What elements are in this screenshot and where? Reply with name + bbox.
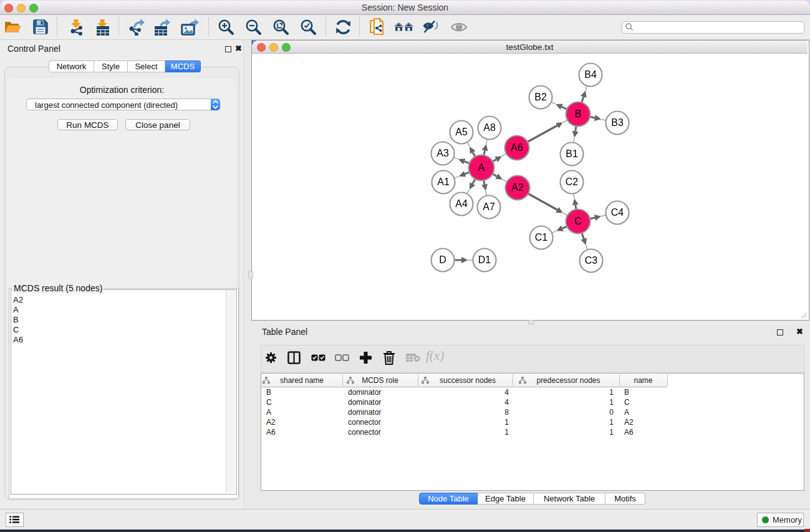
svg-text:D: D (439, 254, 446, 265)
svg-text:C3: C3 (585, 255, 598, 266)
svg-text:D1: D1 (478, 254, 491, 265)
svg-text:B1: B1 (566, 148, 578, 159)
svg-text:A3: A3 (436, 148, 449, 158)
svg-text:A7: A7 (483, 201, 495, 212)
svg-text:A6: A6 (511, 142, 523, 153)
svg-text:A1: A1 (437, 177, 450, 187)
svg-text:B4: B4 (584, 69, 597, 80)
svg-text:B: B (575, 109, 582, 119)
svg-text:C4: C4 (611, 207, 624, 218)
svg-text:A8: A8 (483, 122, 496, 133)
svg-text:A: A (478, 162, 485, 173)
svg-text:A2: A2 (511, 182, 524, 193)
svg-text:C1: C1 (535, 232, 548, 243)
svg-text:C: C (574, 216, 582, 226)
svg-text:C2: C2 (566, 177, 579, 187)
svg-text:A5: A5 (455, 127, 468, 137)
svg-text:B3: B3 (611, 117, 624, 128)
svg-text:A4: A4 (455, 198, 468, 209)
svg-text:B2: B2 (534, 92, 547, 102)
